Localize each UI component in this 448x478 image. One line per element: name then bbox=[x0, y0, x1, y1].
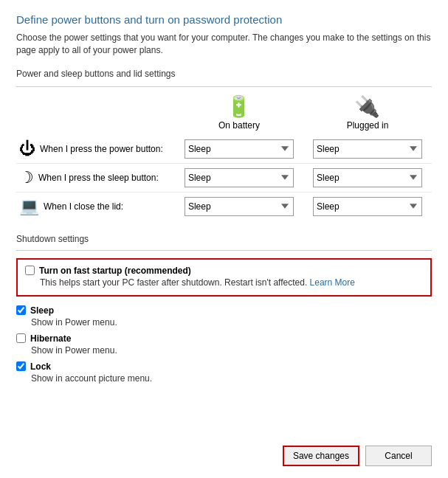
battery-dropdown-1[interactable]: Do nothingSleepHibernateShut down bbox=[185, 168, 294, 187]
col-battery-header: 🔋 On battery bbox=[175, 94, 303, 135]
battery-header-group: 🔋 On battery bbox=[175, 94, 303, 131]
lock-row: Lock bbox=[16, 361, 432, 372]
sleep-icon: ☽ bbox=[19, 168, 34, 187]
sleep-row: Sleep bbox=[16, 305, 432, 316]
col-plugged-header: 🔌 Plugged in bbox=[303, 94, 432, 135]
plugged-select-cell-2: Do nothingSleepHibernateShut down bbox=[303, 192, 432, 221]
row-label-0: ⏻When I press the power button: bbox=[16, 135, 175, 164]
lock-checkbox[interactable] bbox=[16, 361, 26, 371]
sleep-sub: Show in Power menu. bbox=[31, 317, 432, 328]
page-title: Define power buttons and turn on passwor… bbox=[16, 13, 432, 26]
power-rows: ⏻When I press the power button:Do nothin… bbox=[16, 135, 432, 221]
fast-startup-desc: This helps start your PC faster after sh… bbox=[40, 277, 423, 288]
table-row: ☽When I press the sleep button:Do nothin… bbox=[16, 163, 432, 192]
battery-select-cell-2: Do nothingSleepHibernateShut down bbox=[175, 192, 303, 221]
col-label-header bbox=[16, 94, 175, 135]
battery-icon: 🔋 bbox=[226, 94, 252, 119]
row-text-2: When I close the lid: bbox=[44, 201, 123, 212]
battery-dropdown-0[interactable]: Do nothingSleepHibernateShut down bbox=[185, 139, 294, 159]
plugged-icon: 🔌 bbox=[354, 94, 380, 119]
row-text-1: When I press the sleep button: bbox=[38, 173, 159, 183]
row-text-0: When I press the power button: bbox=[40, 144, 163, 154]
battery-header-text: On battery bbox=[218, 120, 260, 131]
learn-more-link[interactable]: Learn More bbox=[310, 277, 355, 288]
fast-startup-checkbox[interactable] bbox=[25, 266, 35, 275]
hibernate-row: Hibernate bbox=[16, 333, 432, 344]
cancel-button[interactable]: Cancel bbox=[365, 446, 432, 466]
battery-select-cell-1: Do nothingSleepHibernateShut down bbox=[175, 163, 303, 192]
table-row: 💻When I close the lid:Do nothingSleepHib… bbox=[16, 192, 432, 221]
settings-page: Define power buttons and turn on passwor… bbox=[0, 0, 448, 478]
table-row: ⏻When I press the power button:Do nothin… bbox=[16, 135, 432, 164]
section-divider-1 bbox=[16, 86, 432, 87]
fast-startup-label[interactable]: Turn on fast startup (recommended) bbox=[39, 266, 191, 276]
hibernate-option-group: Hibernate Show in Power menu. bbox=[16, 333, 432, 356]
shutdown-section: Shutdown settings Turn on fast startup (… bbox=[16, 234, 432, 384]
sleep-label[interactable]: Sleep bbox=[30, 305, 54, 316]
shutdown-section-label: Shutdown settings bbox=[16, 234, 432, 244]
hibernate-sub: Show in Power menu. bbox=[31, 345, 432, 356]
plugged-header-group: 🔌 Plugged in bbox=[303, 94, 432, 131]
fast-startup-row: Turn on fast startup (recommended) bbox=[25, 266, 423, 276]
plugged-select-cell-0: Do nothingSleepHibernateShut down bbox=[303, 135, 432, 164]
power-table: 🔋 On battery 🔌 Plugged in ⏻When I press … bbox=[16, 94, 432, 221]
lock-label[interactable]: Lock bbox=[30, 361, 51, 372]
hibernate-label[interactable]: Hibernate bbox=[30, 333, 71, 344]
save-button[interactable]: Save changes bbox=[283, 446, 359, 466]
plugged-dropdown-2[interactable]: Do nothingSleepHibernateShut down bbox=[313, 197, 422, 216]
lock-option-group: Lock Show in account picture menu. bbox=[16, 361, 432, 384]
hibernate-checkbox[interactable] bbox=[16, 333, 26, 343]
sleep-checkbox[interactable] bbox=[16, 305, 26, 315]
sleep-option-group: Sleep Show in Power menu. bbox=[16, 305, 432, 328]
plugged-select-cell-1: Do nothingSleepHibernateShut down bbox=[303, 163, 432, 192]
row-label-2: 💻When I close the lid: bbox=[16, 192, 175, 221]
section-divider-2 bbox=[16, 250, 432, 251]
battery-select-cell-0: Do nothingSleepHibernateShut down bbox=[175, 135, 303, 164]
plugged-dropdown-0[interactable]: Do nothingSleepHibernateShut down bbox=[313, 139, 422, 159]
plugged-header-text: Plugged in bbox=[347, 120, 389, 131]
page-description: Choose the power settings that you want … bbox=[16, 32, 432, 57]
fast-startup-box: Turn on fast startup (recommended) This … bbox=[16, 258, 432, 297]
power-icon: ⏻ bbox=[19, 139, 35, 159]
power-section-label: Power and sleep buttons and lid settings bbox=[16, 69, 432, 79]
row-label-1: ☽When I press the sleep button: bbox=[16, 163, 175, 192]
lock-sub: Show in account picture menu. bbox=[31, 373, 432, 384]
lid-icon: 💻 bbox=[19, 197, 39, 216]
plugged-dropdown-1[interactable]: Do nothingSleepHibernateShut down bbox=[313, 168, 422, 187]
battery-dropdown-2[interactable]: Do nothingSleepHibernateShut down bbox=[185, 197, 294, 216]
bottom-bar: Save changes Cancel bbox=[283, 446, 432, 466]
